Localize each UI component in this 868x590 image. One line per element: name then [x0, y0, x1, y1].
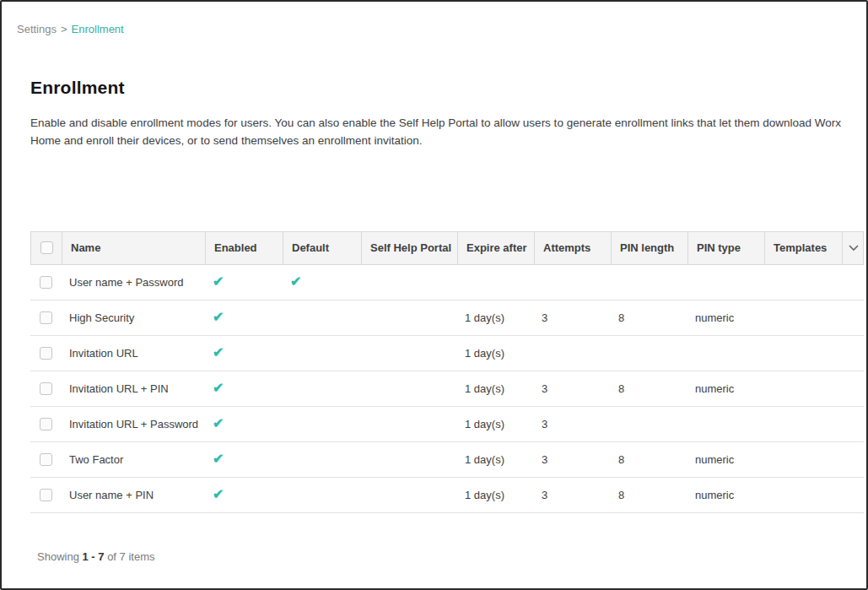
select-all-checkbox[interactable] — [40, 241, 53, 254]
cell-expire-after: 1 day(s) — [456, 347, 533, 360]
cell-expire-after: 1 day(s) — [456, 382, 533, 395]
cell-name: Invitation URL + Password — [61, 418, 204, 430]
table-header-row: Name Enabled Default Self Help Portal Ex… — [30, 231, 864, 265]
cell-name: Two Factor — [61, 453, 204, 466]
column-header-pin-type[interactable]: PIN type — [687, 232, 764, 264]
cell-pin-type: numeric — [687, 311, 763, 324]
breadcrumb: Settings>Enrollment — [17, 23, 859, 35]
cell-attempts: 3 — [533, 382, 610, 395]
cell-enabled: ✔ — [204, 488, 282, 501]
column-header-name[interactable]: Name — [62, 232, 205, 264]
cell-name: High Security — [61, 311, 204, 324]
showing-total: of 7 items — [107, 550, 154, 563]
cell-pin-length: 8 — [610, 489, 687, 501]
table-footer: Showing 1 - 7 of 7 items — [37, 550, 859, 563]
row-checkbox[interactable] — [40, 276, 52, 289]
row-checkbox[interactable] — [40, 382, 52, 395]
cell-attempts: 3 — [533, 489, 610, 501]
row-checkbox[interactable] — [40, 418, 52, 430]
cell-default: ✔ — [282, 311, 360, 324]
column-header-expire-after[interactable]: Expire after — [457, 232, 534, 264]
column-header-default[interactable]: Default — [283, 232, 361, 264]
breadcrumb-separator: > — [61, 23, 67, 35]
breadcrumb-enrollment[interactable]: Enrollment — [72, 23, 124, 35]
chevron-down-icon — [849, 245, 859, 252]
select-all-header-cell — [31, 232, 62, 264]
cell-expire-after: 1 day(s) — [456, 311, 533, 324]
cell-name: Invitation URL + PIN — [61, 382, 204, 395]
cell-enabled: ✔ — [204, 275, 282, 289]
table-row[interactable]: Invitation URL + PIN ✔ ✔ 1 day(s) 3 8 nu… — [30, 371, 864, 407]
cell-pin-type: numeric — [687, 489, 763, 501]
cell-expire-after: 1 day(s) — [456, 418, 533, 430]
check-icon: ✔ — [213, 452, 224, 466]
table-row[interactable]: Invitation URL + Password ✔ ✔ 1 day(s) 3 — [30, 407, 864, 442]
cell-default: ✔ — [282, 275, 360, 289]
cell-default: ✔ — [282, 346, 360, 360]
column-header-templates[interactable]: Templates — [764, 232, 842, 264]
table-row[interactable]: Two Factor ✔ ✔ 1 day(s) 3 8 numeric — [30, 442, 864, 478]
row-checkbox[interactable] — [40, 311, 52, 324]
table-row[interactable]: User name + PIN ✔ ✔ 1 day(s) 3 8 numeric — [30, 478, 864, 513]
check-icon: ✔ — [213, 382, 224, 395]
column-header-enabled[interactable]: Enabled — [205, 232, 283, 264]
column-header-attempts[interactable]: Attempts — [534, 232, 611, 264]
cell-enabled: ✔ — [204, 452, 282, 466]
check-icon: ✔ — [213, 311, 224, 324]
cell-pin-type: numeric — [687, 382, 763, 395]
cell-expire-after: 1 day(s) — [456, 453, 533, 466]
check-icon: ✔ — [213, 488, 224, 501]
cell-default: ✔ — [282, 488, 360, 501]
cell-pin-type: numeric — [687, 453, 763, 466]
breadcrumb-settings[interactable]: Settings — [17, 23, 57, 35]
cell-enabled: ✔ — [204, 382, 282, 395]
check-icon: ✔ — [213, 346, 224, 360]
cell-pin-length: 8 — [610, 453, 687, 466]
column-options-button[interactable] — [842, 232, 865, 264]
check-icon: ✔ — [213, 417, 224, 430]
cell-name: Invitation URL — [61, 347, 204, 360]
row-checkbox[interactable] — [40, 453, 52, 466]
cell-attempts: 3 — [533, 418, 610, 430]
page-title: Enrollment — [30, 78, 859, 98]
row-checkbox[interactable] — [40, 489, 52, 501]
check-icon: ✔ — [290, 275, 301, 289]
showing-range: 1 - 7 — [83, 550, 105, 563]
cell-attempts: 3 — [533, 311, 610, 324]
column-header-self-help-portal[interactable]: Self Help Portal — [361, 232, 457, 264]
check-icon: ✔ — [213, 275, 224, 289]
cell-expire-after: 1 day(s) — [456, 489, 533, 501]
page-description: Enable and disable enrollment modes for … — [30, 115, 842, 150]
cell-name: User name + PIN — [61, 489, 204, 501]
cell-pin-length: 8 — [610, 311, 687, 324]
cell-enabled: ✔ — [204, 417, 282, 430]
page: Settings>Enrollment Enrollment Enable an… — [0, 0, 868, 590]
cell-enabled: ✔ — [204, 311, 282, 324]
table-row[interactable]: Invitation URL ✔ ✔ 1 day(s) — [30, 336, 864, 371]
column-header-pin-length[interactable]: PIN length — [611, 232, 687, 264]
cell-attempts: 3 — [533, 453, 610, 466]
enrollment-table: Name Enabled Default Self Help Portal Ex… — [30, 231, 864, 513]
cell-enabled: ✔ — [204, 346, 282, 360]
cell-default: ✔ — [282, 417, 360, 430]
row-checkbox[interactable] — [40, 347, 52, 360]
showing-label: Showing — [37, 550, 79, 563]
cell-default: ✔ — [282, 452, 360, 466]
cell-pin-length: 8 — [610, 382, 687, 395]
cell-default: ✔ — [282, 382, 360, 395]
cell-name: User name + Password — [61, 276, 204, 289]
table-row[interactable]: High Security ✔ ✔ 1 day(s) 3 8 numeric — [30, 300, 864, 336]
table-row[interactable]: User name + Password ✔ ✔ — [30, 265, 864, 300]
